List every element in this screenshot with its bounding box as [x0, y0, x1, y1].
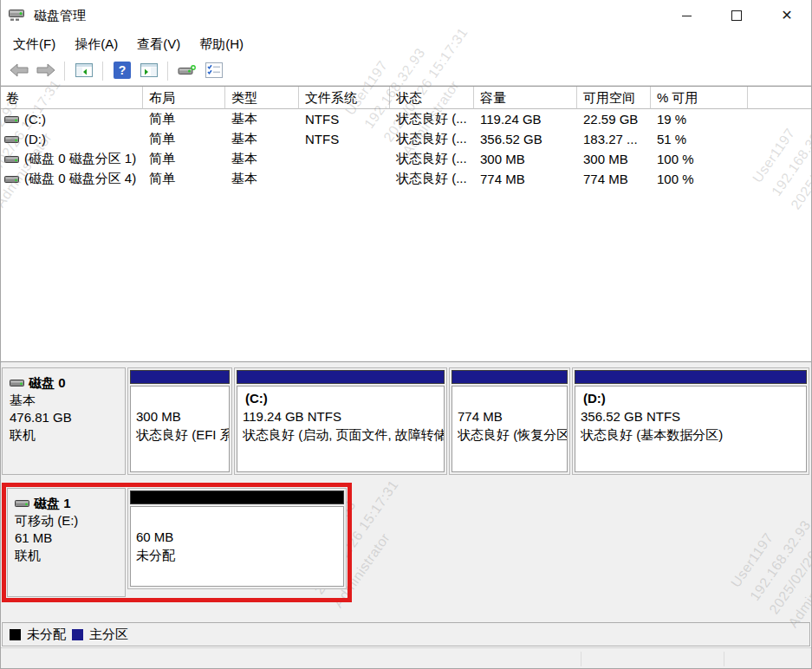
cell-type: 基本	[225, 151, 299, 167]
column-header[interactable]: 可用空间	[577, 87, 651, 109]
cell-capacity: 774 MB	[474, 172, 577, 186]
cell-free_space: 22.59 GB	[577, 112, 651, 127]
window-title: 磁盘管理	[34, 8, 86, 24]
partition-band	[130, 370, 230, 384]
column-header[interactable]: 卷	[0, 87, 143, 109]
legend-swatch	[72, 629, 83, 640]
disk-size: 476.81 GB	[10, 409, 121, 426]
unallocated-band	[130, 490, 344, 504]
partition-drive-letter	[136, 389, 224, 407]
maximize-button[interactable]	[711, 0, 762, 31]
forward-icon	[36, 63, 55, 80]
disk-icon	[10, 378, 24, 388]
cell-type: 基本	[225, 171, 299, 187]
close-button[interactable]: ✕	[762, 0, 812, 31]
back-button[interactable]	[7, 60, 30, 83]
action-pane-button[interactable]	[137, 60, 160, 83]
cell-pct_free: 19 %	[651, 112, 748, 127]
partition[interactable]: 300 MB状态良好 (EFI 系统分区)	[127, 367, 232, 475]
minimize-icon	[682, 16, 692, 16]
partition-status: 状态良好 (启动, 页面文件, 故障转储	[243, 425, 438, 444]
highlight-box: 磁盘 1可移动 (E:)61 MB联机60 MB未分配	[2, 483, 352, 602]
partition-info: (C:)119.24 GB NTFS状态良好 (启动, 页面文件, 故障转储	[237, 386, 445, 472]
action-pane-icon	[140, 63, 158, 80]
help-button[interactable]: ?	[110, 60, 133, 83]
cell-capacity: 119.24 GB	[474, 112, 577, 127]
volume-name: (C:)	[24, 112, 46, 127]
partition-status: 状态良好 (EFI 系统分区)	[136, 425, 224, 444]
cell-fs: NTFS	[299, 112, 390, 127]
unallocated-partition[interactable]: 60 MB未分配	[127, 488, 347, 589]
menu-file[interactable]: 文件(F)	[3, 33, 65, 56]
toolbar-separator	[102, 62, 103, 81]
cell-pct_free: 51 %	[651, 132, 748, 146]
app-disk-icon	[9, 9, 26, 23]
legend-swatch	[10, 629, 21, 640]
statusbar-divider	[724, 652, 724, 666]
partition-info: (D:)356.52 GB NTFS状态良好 (基本数据分区)	[575, 386, 807, 472]
cell-free_space: 774 MB	[577, 172, 651, 186]
menu-view[interactable]: 查看(V)	[127, 33, 190, 56]
menu-action[interactable]: 操作(A)	[65, 33, 127, 56]
cell-pct_free: 100 %	[651, 172, 748, 186]
volume-list-pane: 卷布局类型文件系统状态容量可用空间% 可用 (C:)简单基本NTFS状态良好 (…	[0, 86, 812, 361]
volume-table-header: 卷布局类型文件系统状态容量可用空间% 可用	[0, 87, 812, 109]
menu-help[interactable]: 帮助(H)	[190, 33, 253, 56]
disk-label[interactable]: 磁盘 0基本476.81 GB联机	[2, 367, 126, 475]
partition[interactable]: (D:)356.52 GB NTFS状态良好 (基本数据分区)	[572, 367, 809, 475]
rescan-disks-button[interactable]	[175, 60, 198, 83]
partition-info: 60 MB未分配	[130, 506, 344, 587]
properties-button[interactable]	[202, 60, 225, 83]
partition[interactable]: 774 MB状态良好 (恢复分区)	[449, 367, 570, 475]
legend-label: 主分区	[89, 627, 128, 643]
cell-fs: NTFS	[299, 132, 390, 146]
partition-band	[451, 370, 568, 384]
cell-layout: 简单	[143, 111, 225, 127]
help-icon: ?	[114, 62, 131, 81]
disk-status: 联机	[15, 547, 121, 564]
partition-size: 774 MB	[458, 407, 562, 425]
volume-row[interactable]: (磁盘 0 磁盘分区 4)简单基本状态良好 (...774 MB774 MB10…	[0, 169, 812, 189]
partition-info: 300 MB状态良好 (EFI 系统分区)	[130, 386, 230, 472]
column-header[interactable]: 文件系统	[299, 87, 390, 109]
volume-icon	[4, 154, 19, 165]
minimize-button[interactable]	[661, 0, 711, 31]
cell-layout: 简单	[143, 131, 225, 147]
volume-row[interactable]: (C:)简单基本NTFS状态良好 (...119.24 GB22.59 GB19…	[0, 109, 812, 129]
column-header[interactable]: 布局	[143, 87, 225, 109]
column-header[interactable]: 容量	[474, 87, 577, 109]
partition[interactable]: (C:)119.24 GB NTFS状态良好 (启动, 页面文件, 故障转储	[234, 367, 447, 475]
console-tree-button[interactable]	[72, 60, 95, 83]
legend-label: 未分配	[27, 627, 66, 643]
forward-button[interactable]	[34, 60, 57, 83]
volume-row[interactable]: (D:)简单基本NTFS状态良好 (...356.52 GB183.27 ...…	[0, 129, 812, 149]
maximize-icon	[731, 10, 742, 21]
toolbar-separator	[64, 62, 65, 81]
column-header-filler	[748, 87, 812, 109]
cell-status: 状态良好 (...	[390, 151, 474, 167]
disk-name: 磁盘 0	[29, 374, 66, 392]
cell-volume: (磁盘 0 磁盘分区 4)	[0, 171, 143, 187]
partition-size: 356.52 GB NTFS	[581, 407, 801, 425]
partition-info: 774 MB状态良好 (恢复分区)	[451, 386, 568, 472]
cell-free_space: 300 MB	[577, 152, 651, 166]
disk-label[interactable]: 磁盘 1可移动 (E:)61 MB联机	[7, 488, 126, 597]
cell-layout: 简单	[143, 171, 225, 187]
toolbar: ?	[0, 57, 812, 86]
column-header[interactable]: % 可用	[651, 87, 748, 109]
graphical-view-pane: 磁盘 0基本476.81 GB联机300 MB状态良好 (EFI 系统分区)(C…	[0, 361, 812, 622]
column-header[interactable]: 类型	[225, 87, 299, 109]
volume-name: (D:)	[24, 132, 46, 146]
column-header[interactable]: 状态	[390, 87, 474, 109]
volume-row[interactable]: (磁盘 0 磁盘分区 1)简单基本状态良好 (...300 MB300 MB10…	[0, 149, 812, 169]
volume-icon	[4, 134, 19, 145]
svg-text:?: ?	[118, 63, 126, 77]
volume-name: (磁盘 0 磁盘分区 4)	[24, 171, 136, 187]
partition-drive-letter: (D:)	[581, 389, 801, 407]
menu-bar: 文件(F)操作(A)查看(V)帮助(H)	[0, 31, 812, 57]
rescan-disks-icon	[178, 63, 197, 80]
partition-size: 300 MB	[136, 407, 224, 425]
cell-status: 状态良好 (...	[390, 171, 474, 187]
cell-volume: (磁盘 0 磁盘分区 1)	[0, 151, 143, 167]
disk-kind: 可移动 (E:)	[15, 512, 121, 529]
